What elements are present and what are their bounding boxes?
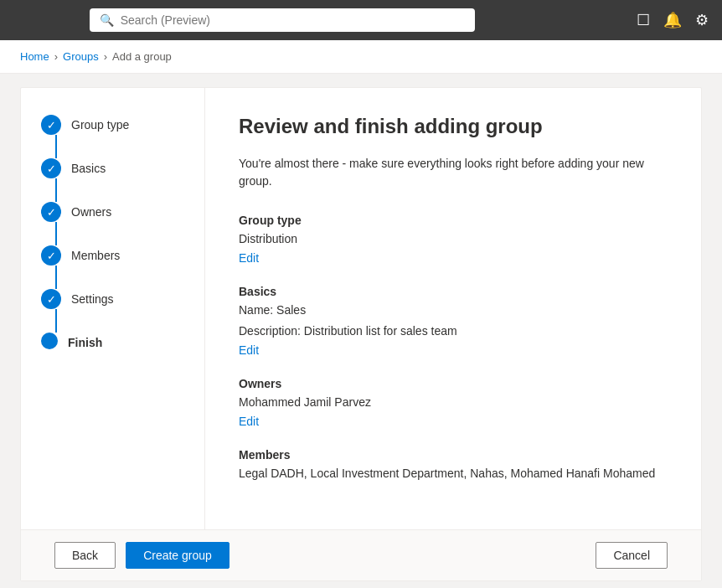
step-label-finish: Finish xyxy=(68,333,102,353)
nav-icons: ☐ 🔔 ⚙ xyxy=(637,11,709,29)
stepper-sidebar: ✓ Group type ✓ Basics ✓ Owners xyxy=(21,88,205,529)
review-owners-title: Owners xyxy=(239,377,668,390)
step-label-members: Members xyxy=(71,245,120,266)
review-group-type-value: Distribution xyxy=(239,230,668,248)
step-group-type: ✓ Group type xyxy=(41,115,184,158)
bell-icon[interactable]: 🔔 xyxy=(663,11,682,29)
search-input[interactable] xyxy=(121,13,465,27)
review-members-title: Members xyxy=(239,448,668,462)
footer: Back Create group Cancel xyxy=(21,529,701,580)
edit-owners-link[interactable]: Edit xyxy=(239,415,259,428)
review-group-type-section: Group type Distribution Edit xyxy=(239,214,668,265)
review-owners-value: Mohammed Jamil Parvez xyxy=(239,394,668,411)
step-circle-settings: ✓ xyxy=(41,289,61,309)
step-label-settings: Settings xyxy=(71,289,114,309)
review-members-section: Members Legal DADH, Local Investment Dep… xyxy=(239,448,668,482)
step-label-basics: Basics xyxy=(71,158,106,178)
step-settings: ✓ Settings xyxy=(41,289,184,333)
review-basics-section: Basics Name: Sales Description: Distribu… xyxy=(239,285,668,357)
intro-text: You're almost there - make sure everythi… xyxy=(239,155,668,190)
search-icon: 🔍 xyxy=(100,13,114,27)
breadcrumb-current: Add a group xyxy=(112,50,172,63)
back-button[interactable]: Back xyxy=(54,542,116,569)
review-owners-section: Owners Mohammed Jamil Parvez Edit xyxy=(239,377,668,428)
step-label-owners: Owners xyxy=(71,202,111,222)
review-basics-name: Name: Sales xyxy=(239,302,668,319)
edit-group-type-link[interactable]: Edit xyxy=(239,251,259,265)
breadcrumb-sep-2: › xyxy=(104,50,107,63)
step-circle-owners: ✓ xyxy=(41,202,61,222)
step-owners: ✓ Owners xyxy=(41,202,184,245)
top-navigation: 🔍 ☐ 🔔 ⚙ xyxy=(0,0,722,40)
step-circle-group-type: ✓ xyxy=(41,115,61,135)
review-basics-title: Basics xyxy=(239,285,668,298)
review-members-value: Legal DADH, Local Investment Department,… xyxy=(239,465,668,482)
create-group-button[interactable]: Create group xyxy=(126,542,229,569)
breadcrumb-groups[interactable]: Groups xyxy=(63,50,99,63)
page-title: Review and finish adding group xyxy=(239,115,668,138)
step-circle-members: ✓ xyxy=(41,245,61,266)
page-body: ✓ Group type ✓ Basics ✓ Owners xyxy=(21,88,701,529)
edit-basics-link[interactable]: Edit xyxy=(239,343,259,357)
step-circle-finish xyxy=(41,333,58,349)
cancel-button[interactable]: Cancel xyxy=(596,542,668,569)
breadcrumb-home[interactable]: Home xyxy=(20,50,49,63)
review-group-type-title: Group type xyxy=(239,214,668,227)
search-container[interactable]: 🔍 xyxy=(90,8,475,32)
step-label-group-type: Group type xyxy=(71,115,129,135)
review-content: Review and finish adding group You're al… xyxy=(205,88,701,529)
settings-icon[interactable]: ⚙ xyxy=(695,11,709,29)
step-finish: Finish xyxy=(41,333,184,353)
breadcrumb: Home › Groups › Add a group xyxy=(0,40,722,74)
breadcrumb-sep-1: › xyxy=(54,50,58,63)
review-basics-desc: Description: Distribution list for sales… xyxy=(239,322,668,340)
step-basics: ✓ Basics xyxy=(41,158,184,202)
step-circle-basics: ✓ xyxy=(41,158,61,178)
step-members: ✓ Members xyxy=(41,245,184,289)
main-card: ✓ Group type ✓ Basics ✓ Owners xyxy=(20,87,702,581)
terminal-icon[interactable]: ☐ xyxy=(637,11,650,29)
